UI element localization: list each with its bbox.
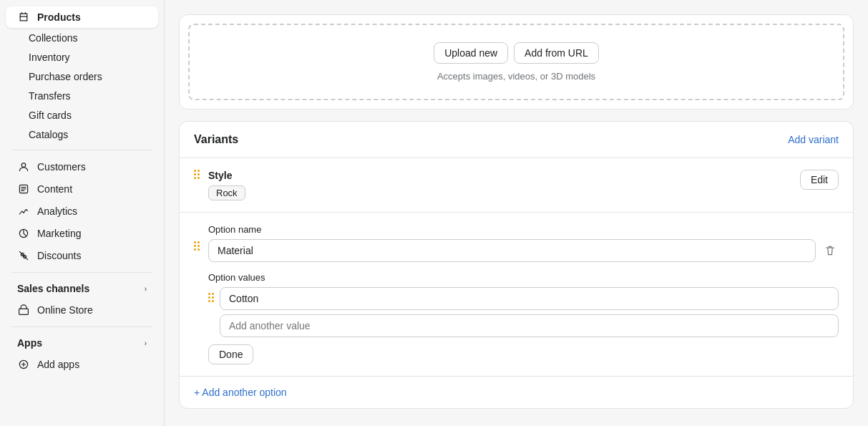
sidebar-item-purchase-orders[interactable]: Purchase orders	[6, 67, 158, 86]
style-drag-handle[interactable]	[194, 170, 200, 179]
sidebar-item-inventory[interactable]: Inventory	[6, 48, 158, 67]
style-badge: Rock	[208, 185, 245, 200]
value-drag-handle[interactable]	[208, 293, 214, 302]
sidebar-item-marketing[interactable]: Marketing	[6, 223, 158, 244]
apps-label: Apps	[17, 337, 42, 349]
option-value-1-input[interactable]	[220, 287, 839, 310]
apps-header[interactable]: Apps ›	[6, 333, 158, 353]
sidebar-item-customers[interactable]: Customers	[6, 156, 158, 178]
discounts-icon	[17, 249, 30, 262]
sidebar-item-gift-cards[interactable]: Gift cards	[6, 106, 158, 125]
sidebar: Products Collections Inventory Purchase …	[0, 0, 165, 426]
sidebar-item-discounts-label: Discounts	[37, 250, 81, 261]
style-section: Style Rock Edit	[180, 158, 853, 213]
upload-new-button[interactable]: Upload new	[434, 42, 508, 64]
option-values-section	[208, 287, 839, 337]
add-another-option-row: + Add another option	[180, 377, 853, 408]
media-upload-card: Upload new Add from URL Accepts images, …	[179, 14, 854, 110]
option-name-input[interactable]	[208, 239, 816, 262]
content-icon	[17, 183, 30, 195]
sidebar-item-products-label: Products	[37, 11, 81, 23]
sidebar-item-content-label: Content	[37, 183, 72, 195]
svg-rect-3	[19, 309, 29, 314]
sidebar-item-collections[interactable]: Collections	[6, 29, 158, 47]
upload-hint-text: Accepts images, videos, or 3D models	[437, 71, 595, 82]
variants-card: Variants Add variant Style Rock Edit	[179, 121, 854, 409]
trash-icon	[824, 245, 836, 256]
add-from-url-button[interactable]: Add from URL	[514, 42, 599, 64]
main-content: Upload new Add from URL Accepts images, …	[165, 0, 868, 426]
add-variant-link[interactable]: Add variant	[788, 134, 839, 145]
add-another-value-input[interactable]	[220, 314, 839, 337]
option-input-row	[208, 239, 839, 262]
add-apps-label: Add apps	[37, 359, 79, 370]
sidebar-item-analytics-label: Analytics	[37, 205, 77, 217]
marketing-icon	[17, 227, 30, 240]
sidebar-item-transfers[interactable]: Transfers	[6, 87, 158, 105]
edit-button[interactable]: Edit	[800, 170, 839, 190]
divider-1	[11, 150, 152, 150]
delete-option-button[interactable]	[821, 242, 839, 259]
divider-3	[11, 326, 152, 327]
sidebar-item-content[interactable]: Content	[6, 178, 158, 200]
chevron-right-icon: ›	[145, 285, 147, 293]
sidebar-item-online-store-label: Online Store	[37, 304, 93, 316]
sidebar-item-discounts[interactable]: Discounts	[6, 245, 158, 266]
person-icon	[17, 160, 30, 173]
svg-point-0	[21, 163, 26, 168]
store-icon	[17, 304, 30, 316]
add-another-option-link[interactable]: + Add another option	[194, 387, 839, 398]
products-icon	[17, 11, 30, 24]
sidebar-item-add-apps[interactable]: Add apps	[6, 354, 158, 375]
option-content: Option name Option values	[208, 224, 839, 364]
sales-channels-label: Sales channels	[17, 283, 89, 294]
sidebar-item-online-store[interactable]: Online Store	[6, 299, 158, 321]
upload-buttons-group: Upload new Add from URL	[434, 42, 599, 64]
variants-header: Variants Add variant	[180, 122, 853, 158]
done-button[interactable]: Done	[208, 344, 253, 364]
sidebar-item-analytics[interactable]: Analytics	[6, 200, 158, 222]
option-name-label: Option name	[208, 224, 839, 235]
option-values-inputs	[220, 287, 839, 337]
option-section: Option name Option values	[180, 213, 853, 377]
style-row: Style Rock Edit	[194, 170, 839, 200]
sidebar-item-customers-label: Customers	[37, 161, 86, 173]
style-label: Style	[208, 170, 791, 181]
sidebar-item-marketing-label: Marketing	[37, 228, 81, 239]
sales-channels-header[interactable]: Sales channels ›	[6, 279, 158, 299]
upload-drop-zone: Upload new Add from URL Accepts images, …	[188, 24, 844, 100]
option-values-label: Option values	[208, 272, 839, 283]
variants-title: Variants	[194, 133, 238, 146]
divider-2	[11, 272, 152, 273]
apps-chevron-icon: ›	[145, 339, 147, 347]
style-content: Style Rock	[208, 170, 791, 200]
analytics-icon	[17, 205, 30, 218]
sidebar-item-products[interactable]: Products	[6, 6, 158, 28]
sidebar-item-catalogs[interactable]: Catalogs	[6, 125, 158, 144]
option-drag-handle[interactable]	[194, 241, 200, 251]
plus-circle-icon	[17, 358, 30, 371]
option-row: Option name Option values	[194, 224, 839, 364]
